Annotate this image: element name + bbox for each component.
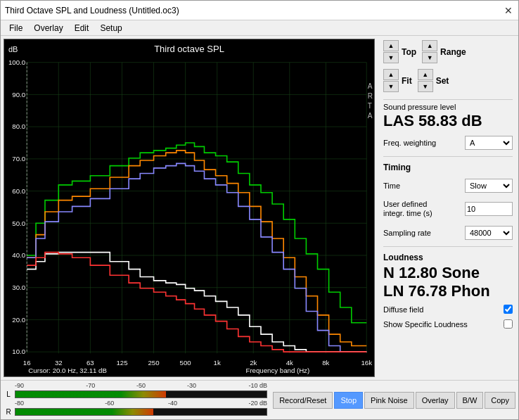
timing-section-title: Timing xyxy=(383,163,513,172)
set-down-button[interactable]: ▼ xyxy=(418,81,433,92)
svg-text:4k: 4k xyxy=(286,359,293,367)
svg-text:16k: 16k xyxy=(361,359,372,367)
svg-text:20.0: 20.0 xyxy=(12,316,25,324)
spl-section-title: Sound pressure level xyxy=(383,103,513,111)
action-buttons: Record/Reset Stop Pink Noise Overlay B/W… xyxy=(270,381,518,419)
time-row: Time Slow Fast xyxy=(383,179,513,193)
time-select[interactable]: Slow Fast xyxy=(465,179,513,193)
svg-text:90.0: 90.0 xyxy=(12,91,25,98)
arta-label: ARTA xyxy=(368,82,373,121)
sampling-rate-row: Sampling rate 48000 44100 xyxy=(383,226,513,240)
user-defined-label: User defined integr. time (s) xyxy=(383,200,447,218)
menu-file[interactable]: File xyxy=(4,22,28,34)
time-label: Time xyxy=(383,182,400,190)
svg-text:1k: 1k xyxy=(214,359,221,367)
freq-weighting-label: Freq. weighting xyxy=(383,139,436,147)
chart-y-label: dB xyxy=(8,45,18,53)
svg-text:63: 63 xyxy=(86,359,94,367)
diffuse-field-row: Diffuse field xyxy=(383,305,513,314)
svg-text:30.0: 30.0 xyxy=(12,284,25,291)
n-value: N 12.80 Sone xyxy=(383,264,513,282)
l-label: L xyxy=(4,390,13,398)
svg-text:100.0: 100.0 xyxy=(8,58,26,66)
stop-button[interactable]: Stop xyxy=(334,392,363,409)
menu-bar: File Overlay Edit Setup xyxy=(1,20,518,36)
range-nav-group: ▲ ▼ Range xyxy=(422,40,466,63)
menu-setup[interactable]: Setup xyxy=(94,22,127,34)
top-arrows: ▲ ▼ xyxy=(383,40,399,63)
ln-value: LN 76.78 Phon xyxy=(383,282,513,300)
top-label: Top xyxy=(402,47,416,57)
right-panel: ▲ ▼ Top ▲ ▼ Range ▲ ▼ xyxy=(378,36,518,380)
set-arrows: ▲ ▼ xyxy=(418,69,433,92)
svg-text:500: 500 xyxy=(180,359,192,367)
level-l-fill xyxy=(15,391,166,397)
pink-noise-button[interactable]: Pink Noise xyxy=(364,392,414,409)
diffuse-field-checkbox[interactable] xyxy=(504,305,513,314)
user-defined-row: User defined integr. time (s) 10 xyxy=(383,200,513,218)
fit-up-button[interactable]: ▲ xyxy=(383,69,399,80)
range-down-button[interactable]: ▼ xyxy=(422,52,437,63)
chart-title: Third octave SPL xyxy=(154,44,224,54)
record-reset-button[interactable]: Record/Reset xyxy=(273,392,333,409)
sampling-rate-select[interactable]: 48000 44100 xyxy=(465,226,513,240)
fit-label: Fit xyxy=(402,76,412,86)
show-specific-checkbox[interactable] xyxy=(504,319,513,329)
window-title: Third Octave SPL and Loudness (Untitled.… xyxy=(5,6,179,15)
show-specific-label: Show Specific Loudness xyxy=(383,320,468,329)
svg-text:60.0: 60.0 xyxy=(12,187,25,195)
title-bar: Third Octave SPL and Loudness (Untitled.… xyxy=(1,1,518,20)
close-button[interactable]: ✕ xyxy=(503,5,514,16)
level-l-row: L xyxy=(4,390,267,398)
set-up-button[interactable]: ▲ xyxy=(418,69,433,80)
level-meter: -90 -70 -50 -30 -10 dB L -80 -60 -40 -20… xyxy=(1,381,270,419)
menu-edit[interactable]: Edit xyxy=(69,22,95,34)
scale-top: -90 -70 -50 -30 -10 dB xyxy=(4,382,267,389)
r-label: R xyxy=(4,408,13,416)
overlay-button[interactable]: Overlay xyxy=(416,392,455,409)
sampling-rate-label: Sampling rate xyxy=(383,229,431,237)
main-content: Third octave SPL dB ARTA xyxy=(1,36,518,380)
range-label: Range xyxy=(440,47,466,57)
svg-text:Cursor:  20.0 Hz, 32.11 dB: Cursor: 20.0 Hz, 32.11 dB xyxy=(28,366,107,374)
freq-weighting-select[interactable]: A C Z xyxy=(465,136,513,150)
svg-text:8k: 8k xyxy=(322,359,329,367)
svg-text:70.0: 70.0 xyxy=(12,155,25,163)
range-up-button[interactable]: ▲ xyxy=(422,40,437,51)
bottom-bar: -90 -70 -50 -30 -10 dB L -80 -60 -40 -20… xyxy=(1,380,518,419)
svg-text:125: 125 xyxy=(116,359,127,367)
svg-text:2k: 2k xyxy=(250,359,257,367)
scale-mid: -80 -60 -40 -20 dB xyxy=(4,400,267,407)
loudness-section: Loudness N 12.80 Sone LN 76.78 Phon xyxy=(383,246,513,301)
menu-overlay[interactable]: Overlay xyxy=(28,22,68,34)
level-r-row: R xyxy=(4,408,267,416)
fit-group: ▲ ▼ Fit xyxy=(383,69,412,92)
loudness-section-title: Loudness xyxy=(383,253,513,262)
level-r-bar xyxy=(15,408,267,416)
fit-set-group: ▲ ▼ Fit ▲ ▼ Set xyxy=(383,69,513,92)
top-nav-group: ▲ ▼ Top xyxy=(383,40,416,63)
level-r-fill xyxy=(15,409,153,415)
fit-down-button[interactable]: ▼ xyxy=(383,81,399,92)
range-arrows: ▲ ▼ xyxy=(422,40,437,63)
svg-text:Frequency band (Hz): Frequency band (Hz) xyxy=(246,366,310,374)
nav-controls: ▲ ▼ Top ▲ ▼ Range xyxy=(383,40,513,63)
spl-value: LAS 58.83 dB xyxy=(383,113,513,129)
svg-text:16: 16 xyxy=(23,359,31,367)
bw-button[interactable]: B/W xyxy=(456,392,484,409)
svg-text:250: 250 xyxy=(148,359,160,367)
svg-text:50.0: 50.0 xyxy=(12,219,25,227)
set-label: Set xyxy=(436,76,449,86)
top-up-button[interactable]: ▲ xyxy=(383,40,399,51)
timing-section: Timing xyxy=(383,156,513,174)
top-down-button[interactable]: ▼ xyxy=(383,52,399,63)
fit-arrows: ▲ ▼ xyxy=(383,69,399,92)
user-defined-input[interactable]: 10 xyxy=(465,202,513,216)
svg-text:40.0: 40.0 xyxy=(12,251,25,259)
copy-button[interactable]: Copy xyxy=(485,392,515,409)
freq-weighting-row: Freq. weighting A C Z xyxy=(383,136,513,150)
main-window: Third Octave SPL and Loudness (Untitled.… xyxy=(0,0,519,420)
show-specific-row: Show Specific Loudness xyxy=(383,319,513,329)
set-group: ▲ ▼ Set xyxy=(418,69,449,92)
svg-text:32: 32 xyxy=(55,359,63,367)
